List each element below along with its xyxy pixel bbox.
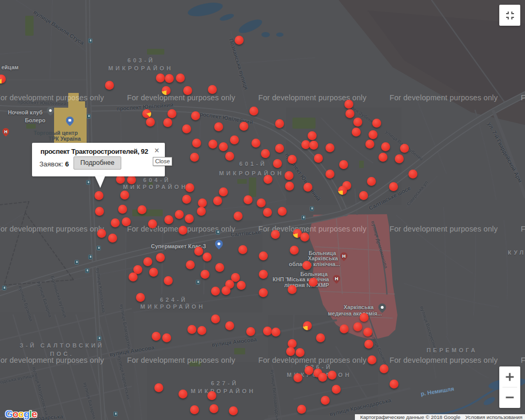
svg-text:H: H: [4, 129, 7, 134]
svg-text:H: H: [342, 254, 346, 259]
svg-text:H: H: [335, 276, 339, 281]
